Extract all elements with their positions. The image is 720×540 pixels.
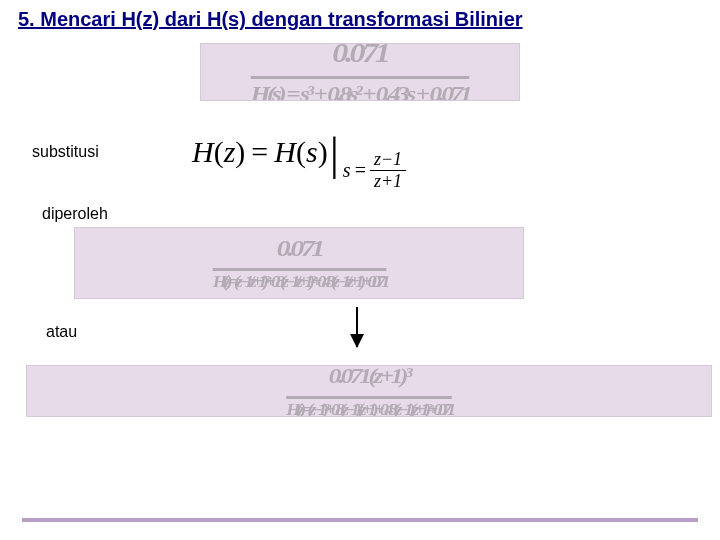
label-substitusi: substitusi [18, 143, 142, 161]
slide-title: 5. Mencari H(z) dari H(s) dengan transfo… [18, 8, 702, 31]
equation-hz1-box: 0.071 H(z) = (z−1/z+1)³ + 0.8(z−1/z+1)² … [74, 227, 524, 299]
eq3-numer: 0.071(z+1)³ [286, 365, 452, 389]
footer-rule [22, 518, 698, 522]
lhs-fn: H [192, 135, 214, 169]
eq2-numer: 0.071 [212, 235, 385, 262]
eq1-denom: H(s) = s³ + 0.8s² + 0.43s + 0.071 [251, 76, 469, 101]
sub-eq: = [355, 159, 366, 182]
eq3-denom: H(z) = (z−1)³ + 0.8(z−1)²(z+1) + 0.43(z−… [286, 396, 452, 417]
label-diperoleh: diperoleh [42, 205, 702, 223]
sub-fraction: z−1 z+1 [370, 149, 406, 191]
slide: 5. Mencari H(z) dari H(s) dengan transfo… [0, 0, 720, 540]
sub-frac-num: z−1 [370, 149, 406, 171]
lhs-arg: z [224, 135, 236, 169]
rhs-fn: H [274, 135, 296, 169]
substitution-equation: H (z) = H (s) | s = z−1 z+1 [192, 129, 406, 175]
sub-frac-den: z+1 [370, 171, 406, 192]
equation-hz2-box: 0.071(z+1)³ H(z) = (z−1)³ + 0.8(z−1)²(z+… [26, 365, 712, 417]
down-arrow-icon [356, 307, 358, 347]
rhs-arg: s [306, 135, 318, 169]
substitution-subscript: s = z−1 z+1 [343, 149, 406, 191]
eq1-numer: 0.071 [251, 43, 469, 69]
evaluation-bar: | [330, 131, 339, 177]
substitution-row: substitusi H (z) = H (s) | s = z−1 z+1 [18, 129, 702, 175]
sub-var: s [343, 159, 351, 181]
equation-hs-box: 0.071 H(s) = s³ + 0.8s² + 0.43s + 0.071 [200, 43, 520, 101]
label-atau: atau [46, 323, 77, 341]
eq2-denom: H(z) = (z−1/z+1)³ + 0.8(z−1/z+1)² + 0.43… [212, 268, 385, 291]
